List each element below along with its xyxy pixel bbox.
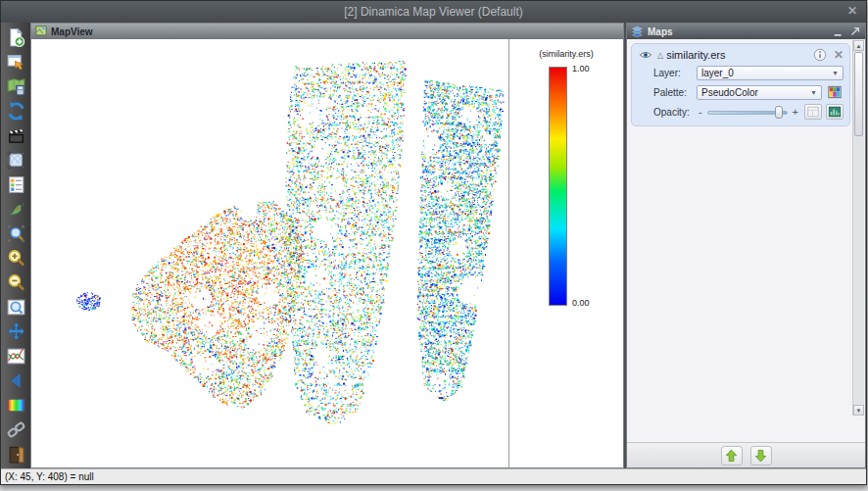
maps-scrollbar[interactable]: ▲ ▼ [852,40,864,416]
bird-tool-icon [6,199,26,220]
link-tool-icon [6,419,26,440]
palette-select-value: PseudoColor [701,87,758,98]
status-bar: (X: 45, Y: 408) = null [1,468,866,484]
new-map-button[interactable] [3,25,28,50]
exit-icon [6,444,26,465]
eye-icon [639,48,652,62]
opacity-label: Opacity: [653,107,697,118]
save-map-button[interactable] [3,74,28,99]
link-tool-button[interactable] [3,417,28,442]
palette-tool-button[interactable] [3,393,28,417]
maps-panel-footer [627,442,865,467]
zoom-in-button[interactable] [3,246,28,270]
legend-max-label: 1.00 [572,64,590,74]
map-body: (similarity.ers) 1.00 0.00 [31,39,623,467]
collapse-icon[interactable]: △ [657,51,663,60]
zoom-selection-icon [6,223,26,244]
legend-editor-icon [6,174,26,195]
legend-min-label: 0.00 [572,298,590,308]
palette-label: Palette: [653,87,697,98]
refresh-button[interactable] [3,99,28,123]
green-up-arrow-icon [724,448,739,464]
legend-title: (similarity.ers) [509,49,623,59]
maps-panel-body: △ similarity.ers ✕ Layer: layer_0 ▼ [627,39,865,442]
title-bar: [2] Dinamica Map Viewer (Default) ✕ [1,1,866,23]
select-tool-icon [6,52,26,73]
scroll-down-button[interactable]: ▼ [853,405,864,416]
window-close-icon[interactable]: ✕ [847,4,857,18]
legend: (similarity.ers) 1.00 0.00 [509,39,623,467]
layer-dialog-button[interactable] [804,104,822,120]
layer-visibility-button[interactable] [638,48,653,62]
zoom-selection-button[interactable] [3,221,28,246]
layer-close-button[interactable]: ✕ [834,49,844,61]
histogram-icon [828,105,842,119]
scrollbar-thumb[interactable] [854,52,863,136]
scroll-up-button[interactable]: ▲ [853,40,864,51]
palette-grid-icon [828,85,842,99]
histogram-button[interactable] [826,104,844,120]
layer-label: Layer: [653,68,697,78]
profile-tool-button[interactable] [3,344,28,368]
save-map-icon [6,76,26,97]
tile-selection-icon [6,150,26,171]
info-icon [813,48,827,62]
refresh-icon [6,101,26,122]
new-map-icon [6,27,26,48]
opacity-slider-handle[interactable] [775,106,783,119]
chevron-down-icon: ▼ [832,70,839,76]
window-title: [2] Dinamica Map Viewer (Default) [344,5,523,19]
opacity-plus-button[interactable]: + [791,106,800,118]
opacity-row: Opacity: - + [638,104,844,120]
layer-row: Layer: layer_0 ▼ [638,66,844,80]
zoom-in-icon [6,248,26,269]
move-layer-up-button[interactable] [721,446,743,466]
mapview-panel: MapView (similarity.ers) 1.00 0.00 [30,23,624,468]
bird-tool-button[interactable] [3,197,28,221]
zoom-out-button[interactable] [3,270,28,295]
mapview-icon [35,25,47,37]
layer-name: similarity.ers [666,49,725,61]
pan-button[interactable] [3,319,28,344]
move-layer-down-button[interactable] [750,446,772,466]
exit-button[interactable] [3,442,28,466]
legend-editor-button[interactable] [3,172,28,197]
green-down-arrow-icon [753,448,768,464]
maps-undock-button[interactable] [848,25,861,38]
select-tool-button[interactable] [3,50,28,74]
opacity-slider[interactable] [707,106,788,119]
profile-tool-icon [6,346,26,367]
layer-card-title-row: △ similarity.ers ✕ [638,48,844,62]
layer-select-value: layer_0 [701,68,734,78]
pan-icon [6,321,26,342]
layer-info-button[interactable] [812,48,828,62]
opacity-minus-button[interactable]: - [697,106,704,118]
mapview-title: MapView [51,26,93,37]
palette-select[interactable]: PseudoColor ▼ [697,85,822,100]
maps-minimize-button[interactable] [832,25,844,38]
chevron-down-icon: ▼ [810,89,817,96]
palette-row: Palette: PseudoColor ▼ [638,84,844,100]
map-canvas[interactable] [31,39,508,467]
cursor-coordinates: (X: 45, Y: 408) = null [5,471,94,482]
animation-icon [6,125,26,146]
layer-select[interactable]: layer_0 ▼ [697,66,844,80]
zoom-out-icon [6,272,26,293]
animation-button[interactable] [3,123,28,148]
zoom-extent-icon [6,297,26,318]
back-button[interactable] [3,368,28,393]
back-icon [6,370,26,391]
palette-tool-icon [6,395,26,416]
maps-panel: Maps △ similarity.ers ✕ [626,23,866,468]
zoom-extent-button[interactable] [3,295,28,319]
palette-editor-button[interactable] [826,84,844,100]
mapview-header: MapView [31,24,623,39]
undock-icon [849,25,861,37]
toolbar [1,23,30,468]
maps-panel-title: Maps [648,26,673,37]
legend-gradient-bar [549,67,567,306]
maps-panel-header: Maps [627,24,865,39]
tile-selection-button[interactable] [3,148,28,172]
layer-card: △ similarity.ers ✕ Layer: layer_0 ▼ [631,43,850,126]
minimize-icon [833,25,844,37]
